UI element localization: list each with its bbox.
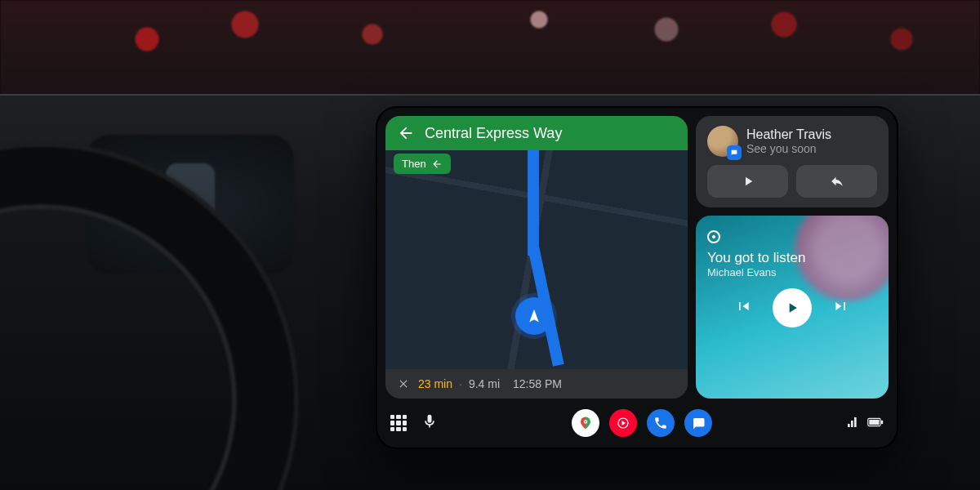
svg-rect-6	[881, 420, 883, 424]
album-icon	[707, 230, 720, 243]
previous-track-button[interactable]	[735, 298, 751, 318]
message-actions	[707, 165, 877, 198]
play-pause-button[interactable]	[773, 288, 812, 327]
message-card[interactable]: Heather Travis See you soon	[696, 116, 889, 207]
eta-bar: 23 min · 9.4 mi 12:58 PM	[385, 369, 688, 399]
current-location-marker	[515, 297, 553, 335]
track-artist: Michael Evans	[707, 266, 877, 278]
close-navigation-button[interactable]	[395, 376, 412, 392]
phone-icon	[653, 416, 668, 430]
status-icons	[846, 416, 884, 431]
eta-distance: 9.4 mi	[469, 377, 500, 390]
bottom-bar-left	[390, 413, 438, 433]
microphone-icon	[421, 413, 438, 430]
maps-icon	[578, 416, 593, 430]
skip-next-icon	[833, 298, 849, 314]
chat-icon	[730, 149, 738, 157]
turn-left-icon	[431, 158, 443, 170]
maps-app-button[interactable]	[572, 409, 599, 437]
message-preview: See you soon	[746, 142, 831, 155]
reply-button[interactable]	[796, 165, 877, 198]
svg-point-2	[585, 421, 586, 423]
sender-name: Heather Travis	[746, 127, 831, 142]
playback-controls	[707, 288, 877, 327]
android-auto-screen: Central Express Way Then 23 min · 9.4 mi…	[376, 106, 898, 449]
navigation-card[interactable]: Central Express Way Then 23 min · 9.4 mi…	[385, 116, 688, 399]
messages-icon	[691, 416, 706, 430]
signal-icon	[846, 416, 859, 431]
turn-left-icon	[397, 124, 415, 142]
map-view[interactable]: Central Express Way Then	[385, 116, 688, 369]
eta-arrival-time: 12:58 PM	[513, 377, 562, 390]
close-icon	[398, 378, 409, 390]
bottom-bar	[385, 407, 889, 439]
next-track-button[interactable]	[833, 298, 849, 318]
play-icon	[784, 300, 800, 316]
messages-app-button[interactable]	[684, 409, 712, 437]
voice-assistant-button[interactable]	[421, 413, 438, 433]
navigation-arrow-icon	[526, 308, 542, 324]
app-launcher-button[interactable]	[390, 415, 407, 431]
music-card[interactable]: You got to listen Michael Evans	[696, 216, 889, 399]
direction-banner[interactable]: Central Express Way	[385, 116, 688, 150]
skip-previous-icon	[735, 298, 751, 314]
then-direction-pill[interactable]: Then	[394, 154, 451, 174]
youtube-music-icon	[616, 416, 630, 430]
track-title: You got to listen	[707, 250, 877, 266]
separator-dot: ·	[459, 377, 462, 390]
phone-app-button[interactable]	[647, 409, 675, 437]
battery-icon	[867, 417, 884, 430]
right-column: Heather Travis See you soon You got to l…	[696, 116, 889, 399]
reply-icon	[830, 174, 844, 189]
message-header: Heather Travis See you soon	[707, 126, 877, 157]
youtube-music-app-button[interactable]	[609, 409, 637, 437]
messages-app-badge	[727, 145, 742, 160]
svg-rect-5	[869, 419, 879, 424]
eta-duration: 23 min	[418, 377, 452, 390]
play-message-button[interactable]	[707, 165, 788, 198]
then-label: Then	[402, 158, 426, 170]
direction-street: Central Express Way	[425, 125, 562, 142]
avatar-wrap	[707, 126, 738, 157]
cards-row: Central Express Way Then 23 min · 9.4 mi…	[385, 116, 889, 399]
play-icon	[741, 174, 755, 189]
app-dock	[449, 409, 835, 437]
